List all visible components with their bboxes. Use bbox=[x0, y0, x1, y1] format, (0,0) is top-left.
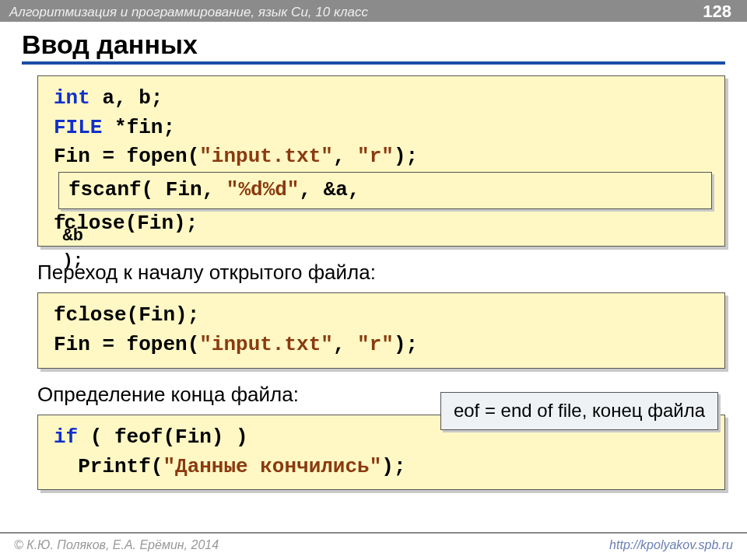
code-block-1: int a, b; FILE *fin; Fin = fopen("input.… bbox=[37, 75, 725, 247]
page-title: Ввод данных bbox=[22, 30, 725, 65]
footer-bar: © К.Ю. Поляков, Е.А. Ерёмин, 2014 http:/… bbox=[0, 532, 747, 560]
code-block-3: eof = end of file, конец файла if ( feof… bbox=[37, 415, 725, 490]
highlight-box-fscanf: fscanf( Fin, "%d%d", &a, bbox=[58, 172, 712, 209]
subheading-rewind: Переход к началу открытого файла: bbox=[37, 261, 725, 285]
code-block-2: fclose(Fin); Fin = fopen("input.txt", "r… bbox=[37, 292, 725, 368]
tooltip-eof: eof = end of file, конец файла bbox=[440, 392, 718, 430]
header-bar: Алгоритмизация и программирование, язык … bbox=[0, 0, 747, 22]
footer-credit: © К.Ю. Поляков, Е.А. Ерёмин, 2014 bbox=[14, 538, 219, 552]
course-label: Алгоритмизация и программирование, язык … bbox=[9, 5, 368, 20]
slide-content: Ввод данных int a, b; FILE *fin; Fin = f… bbox=[0, 22, 747, 490]
page-number: 128 bbox=[703, 2, 731, 22]
footer-link[interactable]: http://kpolyakov.spb.ru bbox=[609, 538, 733, 552]
